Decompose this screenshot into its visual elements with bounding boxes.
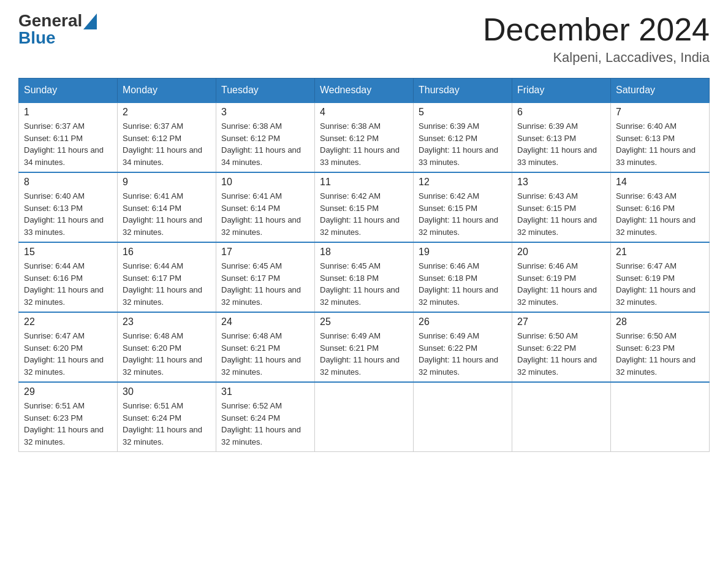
- day-number: 4: [320, 107, 408, 118]
- day-number: 13: [517, 177, 605, 188]
- day-number: 16: [123, 247, 211, 258]
- day-number: 31: [221, 386, 309, 397]
- calendar-cell: 16 Sunrise: 6:44 AM Sunset: 6:17 PM Dayl…: [118, 242, 216, 312]
- calendar-cell: 6 Sunrise: 6:39 AM Sunset: 6:13 PM Dayli…: [512, 102, 611, 172]
- calendar-cell: 21 Sunrise: 6:47 AM Sunset: 6:19 PM Dayl…: [611, 242, 710, 312]
- calendar-header-thursday: Thursday: [414, 79, 512, 103]
- calendar-cell: [512, 382, 611, 452]
- day-number: 17: [221, 247, 309, 258]
- day-info: Sunrise: 6:40 AM Sunset: 6:13 PM Dayligh…: [24, 190, 112, 238]
- day-number: 30: [123, 386, 211, 397]
- day-info: Sunrise: 6:51 AM Sunset: 6:23 PM Dayligh…: [24, 400, 112, 448]
- day-info: Sunrise: 6:52 AM Sunset: 6:24 PM Dayligh…: [221, 400, 309, 448]
- day-info: Sunrise: 6:43 AM Sunset: 6:15 PM Dayligh…: [517, 190, 605, 238]
- day-number: 8: [24, 177, 112, 188]
- calendar-cell: 30 Sunrise: 6:51 AM Sunset: 6:24 PM Dayl…: [118, 382, 216, 452]
- day-info: Sunrise: 6:38 AM Sunset: 6:12 PM Dayligh…: [320, 120, 408, 168]
- day-info: Sunrise: 6:40 AM Sunset: 6:13 PM Dayligh…: [616, 120, 704, 168]
- calendar-week-row: 1 Sunrise: 6:37 AM Sunset: 6:11 PM Dayli…: [19, 102, 710, 172]
- day-info: Sunrise: 6:42 AM Sunset: 6:15 PM Dayligh…: [320, 190, 408, 238]
- day-info: Sunrise: 6:38 AM Sunset: 6:12 PM Dayligh…: [221, 120, 309, 168]
- calendar-cell: [611, 382, 710, 452]
- calendar-cell: 23 Sunrise: 6:48 AM Sunset: 6:20 PM Dayl…: [118, 312, 216, 382]
- calendar-cell: 12 Sunrise: 6:42 AM Sunset: 6:15 PM Dayl…: [414, 172, 512, 242]
- logo-general-text: General: [18, 12, 82, 29]
- calendar-week-row: 8 Sunrise: 6:40 AM Sunset: 6:13 PM Dayli…: [19, 172, 710, 242]
- calendar-week-row: 22 Sunrise: 6:47 AM Sunset: 6:20 PM Dayl…: [19, 312, 710, 382]
- day-number: 9: [123, 177, 211, 188]
- day-info: Sunrise: 6:48 AM Sunset: 6:21 PM Dayligh…: [221, 330, 309, 378]
- day-number: 1: [24, 107, 112, 118]
- calendar-cell: 31 Sunrise: 6:52 AM Sunset: 6:24 PM Dayl…: [216, 382, 315, 452]
- calendar-cell: 2 Sunrise: 6:37 AM Sunset: 6:12 PM Dayli…: [118, 102, 216, 172]
- day-number: 12: [419, 177, 507, 188]
- day-number: 22: [24, 316, 112, 327]
- calendar-cell: 25 Sunrise: 6:49 AM Sunset: 6:21 PM Dayl…: [315, 312, 414, 382]
- day-number: 20: [517, 247, 605, 258]
- calendar-header-friday: Friday: [512, 79, 611, 103]
- day-info: Sunrise: 6:44 AM Sunset: 6:17 PM Dayligh…: [123, 260, 211, 308]
- month-title: December 2024: [483, 12, 710, 47]
- logo: General Blue: [18, 12, 97, 47]
- day-info: Sunrise: 6:46 AM Sunset: 6:19 PM Dayligh…: [517, 260, 605, 308]
- day-number: 29: [24, 386, 112, 397]
- calendar-cell: 15 Sunrise: 6:44 AM Sunset: 6:16 PM Dayl…: [19, 242, 118, 312]
- calendar-table: SundayMondayTuesdayWednesdayThursdayFrid…: [18, 78, 710, 452]
- calendar-cell: 4 Sunrise: 6:38 AM Sunset: 6:12 PM Dayli…: [315, 102, 414, 172]
- calendar-header-monday: Monday: [118, 79, 216, 103]
- day-number: 3: [221, 107, 309, 118]
- day-info: Sunrise: 6:43 AM Sunset: 6:16 PM Dayligh…: [616, 190, 704, 238]
- calendar-cell: 3 Sunrise: 6:38 AM Sunset: 6:12 PM Dayli…: [216, 102, 315, 172]
- day-number: 25: [320, 316, 408, 327]
- calendar-cell: 18 Sunrise: 6:45 AM Sunset: 6:18 PM Dayl…: [315, 242, 414, 312]
- calendar-cell: 27 Sunrise: 6:50 AM Sunset: 6:22 PM Dayl…: [512, 312, 611, 382]
- day-info: Sunrise: 6:45 AM Sunset: 6:17 PM Dayligh…: [221, 260, 309, 308]
- day-number: 18: [320, 247, 408, 258]
- svg-marker-0: [83, 13, 97, 29]
- day-info: Sunrise: 6:47 AM Sunset: 6:20 PM Dayligh…: [24, 330, 112, 378]
- day-number: 23: [123, 316, 211, 327]
- calendar-header-saturday: Saturday: [611, 79, 710, 103]
- logo-blue-text: Blue: [18, 29, 56, 47]
- day-number: 7: [616, 107, 704, 118]
- day-number: 21: [616, 247, 704, 258]
- calendar-cell: 26 Sunrise: 6:49 AM Sunset: 6:22 PM Dayl…: [414, 312, 512, 382]
- calendar-cell: 17 Sunrise: 6:45 AM Sunset: 6:17 PM Dayl…: [216, 242, 315, 312]
- day-number: 19: [419, 247, 507, 258]
- calendar-week-row: 15 Sunrise: 6:44 AM Sunset: 6:16 PM Dayl…: [19, 242, 710, 312]
- calendar-cell: 10 Sunrise: 6:41 AM Sunset: 6:14 PM Dayl…: [216, 172, 315, 242]
- day-number: 24: [221, 316, 309, 327]
- day-number: 26: [419, 316, 507, 327]
- title-block: December 2024 Kalpeni, Laccadives, India: [483, 12, 710, 66]
- day-info: Sunrise: 6:51 AM Sunset: 6:24 PM Dayligh…: [123, 400, 211, 448]
- day-info: Sunrise: 6:49 AM Sunset: 6:22 PM Dayligh…: [419, 330, 507, 378]
- calendar-week-row: 29 Sunrise: 6:51 AM Sunset: 6:23 PM Dayl…: [19, 382, 710, 452]
- day-info: Sunrise: 6:47 AM Sunset: 6:19 PM Dayligh…: [616, 260, 704, 308]
- day-info: Sunrise: 6:50 AM Sunset: 6:22 PM Dayligh…: [517, 330, 605, 378]
- day-info: Sunrise: 6:45 AM Sunset: 6:18 PM Dayligh…: [320, 260, 408, 308]
- calendar-cell: 22 Sunrise: 6:47 AM Sunset: 6:20 PM Dayl…: [19, 312, 118, 382]
- day-info: Sunrise: 6:39 AM Sunset: 6:12 PM Dayligh…: [419, 120, 507, 168]
- calendar-cell: 20 Sunrise: 6:46 AM Sunset: 6:19 PM Dayl…: [512, 242, 611, 312]
- location-title: Kalpeni, Laccadives, India: [483, 50, 710, 66]
- calendar-cell: 13 Sunrise: 6:43 AM Sunset: 6:15 PM Dayl…: [512, 172, 611, 242]
- calendar-cell: 14 Sunrise: 6:43 AM Sunset: 6:16 PM Dayl…: [611, 172, 710, 242]
- day-info: Sunrise: 6:41 AM Sunset: 6:14 PM Dayligh…: [221, 190, 309, 238]
- day-info: Sunrise: 6:37 AM Sunset: 6:11 PM Dayligh…: [24, 120, 112, 168]
- day-info: Sunrise: 6:49 AM Sunset: 6:21 PM Dayligh…: [320, 330, 408, 378]
- calendar-cell: 28 Sunrise: 6:50 AM Sunset: 6:23 PM Dayl…: [611, 312, 710, 382]
- calendar-cell: 11 Sunrise: 6:42 AM Sunset: 6:15 PM Dayl…: [315, 172, 414, 242]
- calendar-cell: 24 Sunrise: 6:48 AM Sunset: 6:21 PM Dayl…: [216, 312, 315, 382]
- calendar-cell: 9 Sunrise: 6:41 AM Sunset: 6:14 PM Dayli…: [118, 172, 216, 242]
- calendar-cell: 8 Sunrise: 6:40 AM Sunset: 6:13 PM Dayli…: [19, 172, 118, 242]
- day-info: Sunrise: 6:39 AM Sunset: 6:13 PM Dayligh…: [517, 120, 605, 168]
- logo-triangle-icon: [83, 13, 97, 29]
- day-info: Sunrise: 6:46 AM Sunset: 6:18 PM Dayligh…: [419, 260, 507, 308]
- day-info: Sunrise: 6:42 AM Sunset: 6:15 PM Dayligh…: [419, 190, 507, 238]
- calendar-header-wednesday: Wednesday: [315, 79, 414, 103]
- calendar-cell: 29 Sunrise: 6:51 AM Sunset: 6:23 PM Dayl…: [19, 382, 118, 452]
- calendar-cell: [414, 382, 512, 452]
- calendar-header-sunday: Sunday: [19, 79, 118, 103]
- day-number: 2: [123, 107, 211, 118]
- day-number: 10: [221, 177, 309, 188]
